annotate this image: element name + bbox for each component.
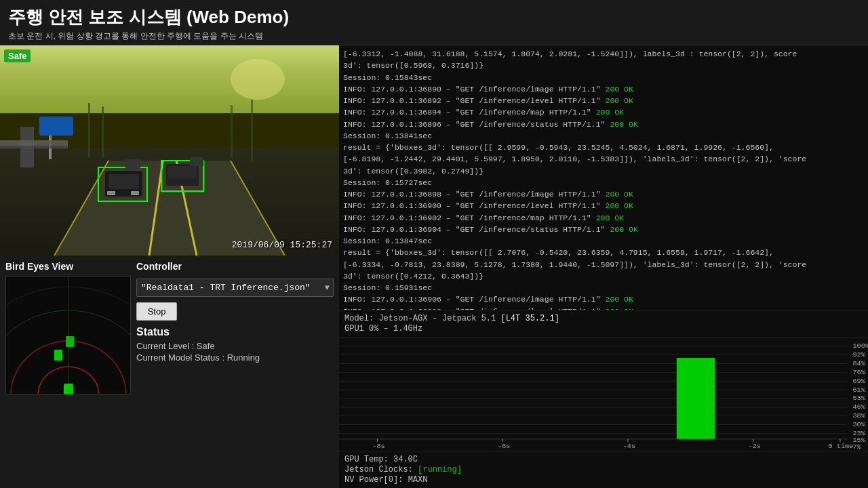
log-line: Session: 0.13847sec: [343, 235, 864, 247]
svg-rect-31: [64, 384, 73, 394]
log-line: INFO: 127.0.0.1:36902 – "GET /inference/…: [343, 212, 864, 224]
log-line: result = {'bboxes_3d': tensor([[ 2.7076,…: [343, 247, 864, 258]
svg-text:92%: 92%: [852, 352, 865, 359]
inference-dropdown-wrapper: "Realdata1 - TRT Inference.json""Realdat…: [136, 279, 334, 297]
controller-section: Controller "Realdata1 - TRT Inference.js…: [136, 261, 334, 483]
svg-rect-22: [125, 159, 140, 169]
gpu-temp-label: GPU Temp:: [344, 455, 393, 464]
inference-dropdown[interactable]: "Realdata1 - TRT Inference.json""Realdat…: [136, 279, 334, 297]
gpu1-line: GPU1 0% – 1.4GHz: [344, 324, 863, 333]
svg-rect-21: [0, 146, 68, 148]
jetson-clocks-value: [running]: [418, 465, 462, 474]
svg-rect-32: [54, 350, 62, 361]
controller-title: Controller: [136, 261, 334, 272]
current-model-text: Current Model Status : Running: [136, 352, 334, 363]
svg-rect-34: [339, 338, 868, 451]
svg-rect-7: [102, 106, 104, 157]
bird-eyes-svg: [6, 277, 131, 394]
svg-text:15%: 15%: [852, 437, 865, 444]
svg-rect-8: [231, 105, 233, 158]
gpu-model-line: Model: Jetson-AGX - Jetpack 5.1 [L4T 35.…: [344, 314, 863, 323]
svg-rect-16: [168, 166, 197, 178]
log-line: Session: 0.13841sec: [343, 130, 864, 142]
svg-rect-11: [108, 174, 139, 189]
svg-text:-6s: -6s: [498, 443, 510, 449]
svg-text:-2s: -2s: [748, 443, 760, 449]
right-panel: [-6.3312, -1.4088, 31.6188, 5.1574, 1.80…: [339, 45, 868, 488]
log-line: INFO: 127.0.0.1:36906 – "GET /inference/…: [343, 293, 864, 305]
app-subtitle: 초보 운전 시, 위험 상황 경고를 통해 안전한 주행에 도움을 주는 시스템: [8, 30, 860, 42]
svg-rect-23: [190, 157, 203, 166]
svg-text:61%: 61%: [852, 386, 865, 393]
camera-view: Safe 2019/06/09 15:25:27: [0, 45, 339, 256]
gpu1-text: GPU1 0% – 1.4GHz: [344, 324, 422, 333]
log-line: Session: 0.15931sec: [343, 282, 864, 293]
log-line: INFO: 127.0.0.1:36894 – "GET /inference/…: [343, 106, 864, 118]
status-section: Status Current Level : Safe Current Mode…: [136, 326, 334, 364]
log-line: 3d': tensor([0.5968, 0.3716])}: [343, 60, 864, 71]
svg-text:30%: 30%: [852, 422, 865, 428]
svg-text:69%: 69%: [852, 378, 865, 385]
svg-text:76%: 76%: [852, 369, 865, 376]
svg-point-24: [231, 59, 285, 100]
status-title: Status: [136, 326, 334, 338]
gpu-chart-svg: 100% 92% 84% 76% 69% 61% 53% 46% 38% 30%…: [339, 338, 868, 451]
gpu-temp-line: GPU Temp: 34.0C: [344, 455, 863, 464]
log-line: 3d': tensor([0.4212, 0.3643])}: [343, 270, 864, 282]
svg-text:84%: 84%: [852, 361, 865, 367]
log-line: INFO: 127.0.0.1:36900 – "GET /inference/…: [343, 200, 864, 211]
nv-power-value: MAXN: [408, 475, 428, 485]
bird-eyes-title: Bird Eyes View: [5, 261, 131, 272]
svg-rect-13: [131, 191, 139, 195]
svg-text:46%: 46%: [852, 404, 865, 411]
camera-timestamp: 2019/06/09 15:25:27: [232, 240, 332, 250]
svg-rect-9: [251, 100, 253, 161]
svg-text:-4s: -4s: [623, 443, 635, 449]
main-layout: Safe 2019/06/09 15:25:27 Bird Eyes View: [0, 45, 868, 488]
svg-rect-46: [677, 358, 715, 439]
bottom-stats-section: GPU Temp: 34.0C Jetson Clocks: [running]…: [339, 451, 868, 488]
svg-rect-6: [88, 103, 90, 157]
svg-text:-8s: -8s: [372, 443, 384, 449]
safe-badge: Safe: [4, 49, 31, 62]
jetson-clocks-line: Jetson Clocks: [running]: [344, 465, 863, 474]
log-line: [-6.3312, -1.4088, 31.6188, 5.1574, 1.80…: [343, 48, 864, 60]
log-line: INFO: 127.0.0.1:36892 – "GET /inference/…: [343, 95, 864, 106]
svg-text:38%: 38%: [852, 413, 865, 420]
svg-text:53%: 53%: [852, 395, 865, 402]
nv-power-line: NV Power[0]: MAXN: [344, 475, 863, 485]
log-line: INFO: 127.0.0.1:36898 – "GET /inference/…: [343, 188, 864, 200]
svg-rect-33: [66, 336, 74, 347]
log-line: Session: 0.15843sec: [343, 72, 864, 83]
jetson-clocks-label: Jetson Clocks:: [344, 465, 418, 474]
log-line: [-6.3334, -0.7813, 23.8389, 5.1278, 1.73…: [343, 259, 864, 270]
app-title: 주행 안전 보조 시스템 (Web Demo): [8, 5, 860, 29]
current-level-text: Current Level : Safe: [136, 341, 334, 351]
svg-rect-20: [0, 140, 68, 146]
log-line: 3d': tensor([0.3982, 0.2749])}: [343, 165, 864, 177]
nv-power-label: NV Power[0]:: [344, 475, 408, 485]
app-header: 주행 안전 보조 시스템 (Web Demo) 초보 운전 시, 위험 상황 경…: [0, 0, 868, 45]
svg-text:7%: 7%: [852, 444, 861, 451]
log-line: [-6.8198, -1.2442, 29.4401, 5.5997, 1.89…: [343, 153, 864, 165]
svg-text:23%: 23%: [852, 430, 865, 437]
svg-rect-12: [107, 191, 115, 195]
stop-button[interactable]: Stop: [136, 302, 177, 321]
svg-text:0 time: 0 time: [829, 443, 854, 449]
bird-eyes-section: Bird Eyes View: [5, 261, 131, 483]
bottom-left-section: Bird Eyes View: [0, 256, 339, 488]
chart-area: 100% 92% 84% 76% 69% 61% 53% 46% 38% 30%…: [339, 337, 868, 451]
log-line: INFO: 127.0.0.1:36904 – "GET /inference/…: [343, 224, 864, 235]
log-line: Session: 0.15727sec: [343, 177, 864, 188]
log-line: INFO: 127.0.0.1:36890 – "GET /inference/…: [343, 83, 864, 95]
svg-text:100%: 100%: [852, 343, 868, 350]
log-terminal: [-6.3312, -1.4088, 31.6188, 5.1574, 1.80…: [339, 45, 868, 310]
svg-rect-18: [39, 117, 73, 136]
camera-scene-svg: [0, 45, 339, 256]
log-line: result = {'bboxes_3d': tensor([[ 2.9599,…: [343, 142, 864, 153]
gpu-info-section: Model: Jetson-AGX - Jetpack 5.1 [L4T 35.…: [339, 310, 868, 337]
log-line: INFO: 127.0.0.1:36896 – "GET /inference/…: [343, 119, 864, 130]
left-panel: Safe 2019/06/09 15:25:27 Bird Eyes View: [0, 45, 339, 488]
bird-eyes-canvas: [5, 276, 131, 394]
gpu-temp-value: 34.0C: [393, 455, 418, 464]
